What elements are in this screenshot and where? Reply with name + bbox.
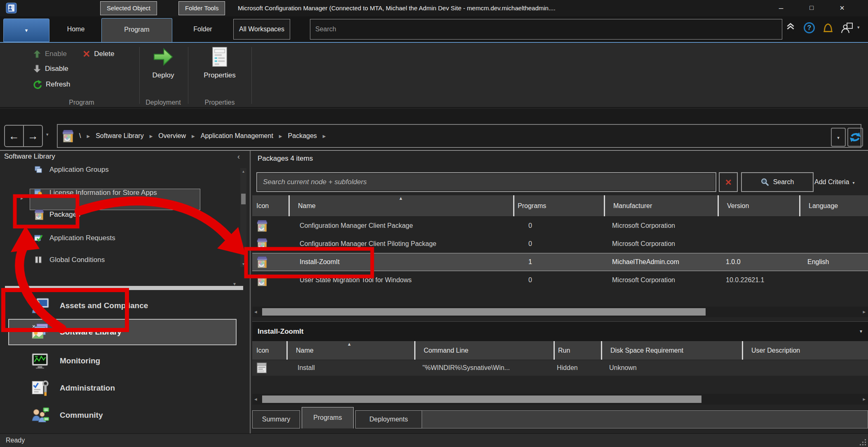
sort-ascending-icon[interactable]: ▲ <box>347 342 352 346</box>
collapse-ribbon-icon[interactable] <box>786 22 795 30</box>
table-row[interactable]: User State Migration Tool for Windows 0 … <box>252 271 868 289</box>
refresh-node-button[interactable] <box>847 128 863 147</box>
delete-button[interactable]: ✕ Delete <box>82 48 114 60</box>
tab-summary[interactable]: Summary <box>252 410 300 428</box>
search-button[interactable]: Search <box>741 172 814 192</box>
horizontal-scrollbar[interactable]: ◂ ▸ <box>252 394 868 405</box>
breadcrumb-packages[interactable]: Packages <box>288 132 317 140</box>
column-header-command-line[interactable]: Command Line <box>414 341 554 360</box>
properties-button[interactable]: Properties <box>189 46 251 80</box>
table-row[interactable]: Configuration Manager Client Piloting Pa… <box>252 235 868 253</box>
node-search-input[interactable] <box>256 172 716 192</box>
breadcrumb-root[interactable]: \ <box>79 132 81 140</box>
sort-ascending-icon[interactable]: ▲ <box>399 196 403 201</box>
column-header-programs[interactable]: Programs <box>513 195 604 216</box>
nav-item-administration[interactable]: Administration <box>0 376 247 400</box>
close-button[interactable]: × <box>830 0 854 16</box>
column-header-disk-space[interactable]: Disk Space Requirement <box>601 341 742 360</box>
deploy-button[interactable]: Deploy <box>140 46 186 80</box>
nav-item-monitoring[interactable]: Monitoring <box>0 349 247 373</box>
chevron-down-icon[interactable]: ▾ <box>857 25 860 30</box>
tab-folder[interactable]: Folder <box>175 16 231 42</box>
column-header-icon[interactable]: Icon <box>252 341 286 360</box>
back-button[interactable]: ← <box>5 126 23 146</box>
add-criteria-button[interactable]: Add Criteria▾ <box>814 172 855 192</box>
horizontal-scrollbar[interactable]: ◂ ▸ <box>252 307 868 317</box>
scrollbar-thumb[interactable] <box>262 396 701 403</box>
maximize-button[interactable]: □ <box>800 0 823 16</box>
table-row-selected[interactable]: Install-ZoomIt 1 MichaelTheAdmin.com 1.0… <box>252 253 868 271</box>
breadcrumb-software-library[interactable]: Software Library <box>96 132 144 140</box>
tab-programs[interactable]: Programs <box>302 407 354 428</box>
software-library-icon <box>31 323 49 341</box>
breadcrumb-separator-icon[interactable]: ▶ <box>279 134 282 138</box>
nav-item-community[interactable]: Community <box>0 403 247 428</box>
all-workspaces-button[interactable]: All Workspaces <box>233 19 290 40</box>
collapse-panel-icon[interactable]: ‹ <box>237 152 240 161</box>
program-row[interactable]: Install "%WINDIR%\Sysnative\Win... Hidde… <box>252 360 868 376</box>
tab-deployments[interactable]: Deployments <box>355 410 422 428</box>
column-header-language[interactable]: Language <box>799 195 868 216</box>
scrollbar-thumb[interactable] <box>241 194 246 204</box>
sidebar-splitter[interactable] <box>5 286 243 290</box>
tree-item-application-requests[interactable]: Application Requests <box>0 228 239 248</box>
column-header-run[interactable]: Run <box>554 341 601 360</box>
breadcrumb-separator-icon[interactable]: ▶ <box>150 134 153 138</box>
table-row[interactable]: Configuration Manager Client Package 0 M… <box>252 217 868 235</box>
scroll-right-icon[interactable]: ▸ <box>863 307 866 317</box>
tree-scrollbar[interactable]: ▴ ▾ <box>240 168 246 267</box>
tree-item-packages[interactable]: Packages <box>0 204 239 226</box>
refresh-icon <box>32 80 42 89</box>
ribbon-search-input[interactable] <box>310 19 782 40</box>
disable-button[interactable]: Disable <box>33 63 68 75</box>
context-tab-folder-tools[interactable]: Folder Tools <box>178 1 225 15</box>
column-header-icon[interactable]: Icon <box>252 195 289 216</box>
scroll-right-icon[interactable]: ▸ <box>863 394 866 405</box>
enable-button[interactable]: Enable <box>33 48 67 60</box>
resize-grip[interactable] <box>860 439 866 446</box>
column-header-version[interactable]: Version <box>718 195 799 216</box>
configuration-manager-window: Selected Object Folder Tools Microsoft C… <box>0 0 868 447</box>
feedback-person-icon[interactable] <box>841 22 853 34</box>
history-dropdown-icon[interactable]: ▾ <box>46 132 49 137</box>
minimize-button[interactable]: – <box>769 0 793 16</box>
tab-program[interactable]: Program <box>101 18 172 42</box>
notification-bell-icon[interactable] <box>823 22 833 34</box>
column-header-user-description[interactable]: User Description <box>742 341 868 360</box>
help-icon[interactable]: ? <box>804 22 815 33</box>
ribbon-tab-row: ▾ Home Program Folder All Workspaces ? ▾ <box>0 16 868 43</box>
column-header-manufacturer[interactable]: Manufacturer <box>604 195 718 216</box>
breadcrumb-separator-icon[interactable]: ▶ <box>323 134 326 138</box>
breadcrumb-separator-icon[interactable]: ▶ <box>192 134 195 138</box>
tree-item-global-conditions[interactable]: Global Conditions <box>0 250 239 269</box>
app-icon <box>6 2 17 14</box>
nav-item-software-library[interactable]: Software Library <box>0 319 247 345</box>
tree-item-application-groups[interactable]: Application Groups <box>0 166 239 179</box>
forward-button[interactable]: → <box>23 126 42 146</box>
ribbon-separator <box>251 47 252 104</box>
nav-item-assets-and-compliance[interactable]: Assets and Compliance <box>0 293 247 318</box>
scroll-left-icon[interactable]: ◂ <box>254 307 257 317</box>
nav-overflow-down-icon[interactable]: ▾ <box>233 281 236 287</box>
scroll-left-icon[interactable]: ◂ <box>254 394 257 405</box>
breadcrumb-overview[interactable]: Overview <box>158 132 186 140</box>
breadcrumb-separator-icon[interactable]: ▶ <box>87 134 90 138</box>
address-dropdown-button[interactable]: ▾ <box>831 128 846 147</box>
app-menu-button[interactable]: ▾ <box>3 19 49 42</box>
refresh-button[interactable]: Refresh <box>32 78 70 91</box>
arrow-down-icon <box>33 64 41 74</box>
scroll-down-icon[interactable]: ▾ <box>240 262 246 266</box>
scroll-up-icon[interactable]: ▴ <box>240 169 246 173</box>
tree-item-license-information[interactable]: License Information for Store Apps <box>0 183 239 202</box>
program-window-icon <box>256 362 267 374</box>
collapse-pane-icon[interactable]: ▾ <box>860 328 862 334</box>
pane-splitter[interactable] <box>250 151 251 433</box>
breadcrumb-application-management[interactable]: Application Management <box>201 132 273 140</box>
package-icon <box>34 209 45 220</box>
context-tab-selected-object[interactable]: Selected Object <box>100 1 157 15</box>
ribbon-group-properties: Properties Properties <box>189 44 251 108</box>
breadcrumb: \ ▶ Software Library ▶ Overview ▶ Applic… <box>57 124 861 148</box>
scrollbar-thumb[interactable] <box>262 308 706 316</box>
tab-home[interactable]: Home <box>53 16 99 42</box>
clear-search-button[interactable]: × <box>719 172 738 192</box>
